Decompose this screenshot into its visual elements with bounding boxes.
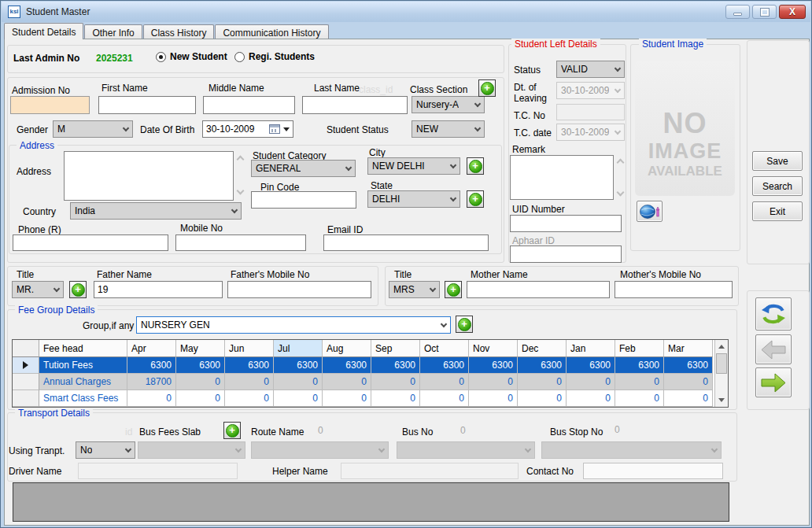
grid-column-header[interactable]: Sep (371, 340, 420, 357)
father-title-select[interactable]: MR. (12, 281, 64, 298)
tc-no-input[interactable] (556, 104, 625, 120)
fee-amount-cell[interactable]: 6300 (518, 357, 567, 374)
fee-amount-cell[interactable]: 0 (225, 374, 274, 390)
grid-column-header[interactable]: Jul (274, 340, 323, 357)
mother-mobile-input[interactable] (615, 281, 733, 298)
fee-amount-cell[interactable]: 0 (518, 374, 567, 390)
grid-column-header[interactable]: Nov (469, 340, 518, 357)
fee-grid-scrollbar[interactable] (714, 340, 728, 407)
add-mother-title-button[interactable]: + (445, 281, 462, 298)
aphaar-id-input[interactable] (510, 246, 622, 263)
fee-amount-cell[interactable]: 0 (420, 374, 469, 390)
grid-column-header[interactable]: Jan (567, 340, 615, 357)
fee-amount-cell[interactable]: 6300 (615, 357, 664, 374)
using-transport-select[interactable]: No (76, 441, 135, 459)
last-name-input[interactable] (302, 96, 408, 114)
route-name-select[interactable] (251, 441, 389, 459)
fee-amount-cell[interactable]: 0 (323, 390, 371, 407)
fee-amount-cell[interactable]: 6300 (420, 357, 469, 374)
radio-new-student[interactable]: New Student (156, 51, 227, 62)
fee-group-select[interactable]: NURSERY GEN (136, 316, 451, 334)
grid-column-header[interactable]: Oct (420, 340, 469, 357)
add-state-button[interactable]: + (467, 190, 484, 208)
tab-class-history[interactable]: Class History (143, 24, 215, 39)
fee-grid-row[interactable]: Annual Charges1870000000000000 (13, 374, 714, 390)
helper-name-input[interactable] (341, 463, 519, 479)
minimize-button[interactable] (725, 5, 750, 19)
first-name-input[interactable] (98, 96, 196, 114)
close-button[interactable]: X (779, 5, 806, 19)
country-select[interactable]: India (70, 202, 242, 220)
fee-grid-row[interactable]: Tution Fees63006300630063006300630063006… (13, 357, 714, 374)
student-category-select[interactable]: GENERAL (251, 160, 356, 177)
mother-name-input[interactable] (467, 281, 610, 298)
scrollbar-up-button[interactable] (715, 341, 728, 353)
grid-column-header[interactable]: Aug (323, 340, 371, 357)
student-status-select[interactable]: NEW (412, 120, 485, 138)
radio-regi-students[interactable]: Regi. Students (234, 51, 315, 62)
add-class-section-button[interactable]: + (478, 79, 496, 97)
contact-no-input[interactable] (583, 463, 723, 479)
gender-select[interactable]: M (53, 120, 133, 138)
class-section-select[interactable]: Nursery-A (412, 96, 485, 113)
fee-amount-cell[interactable]: 6300 (469, 357, 518, 374)
next-record-button[interactable] (755, 367, 792, 397)
mother-title-select[interactable]: MRS (389, 281, 440, 298)
fee-amount-cell[interactable]: 0 (274, 374, 323, 390)
bus-fees-slab-select[interactable] (138, 441, 245, 459)
email-input[interactable] (323, 234, 489, 251)
refresh-button[interactable] (755, 297, 792, 330)
fee-amount-cell[interactable]: 0 (664, 374, 713, 390)
tab-communication-history[interactable]: Communication History (215, 24, 328, 39)
fee-amount-cell[interactable]: 0 (469, 390, 518, 407)
scrollbar-down-button[interactable] (715, 394, 728, 406)
grid-corner-cell[interactable] (13, 340, 39, 357)
fee-amount-cell[interactable]: 0 (176, 390, 225, 407)
father-name-input[interactable]: 19 (94, 281, 223, 298)
fee-amount-cell[interactable]: 0 (469, 374, 518, 390)
fee-amount-cell[interactable]: 6300 (225, 357, 274, 374)
fee-amount-cell[interactable]: 6300 (274, 357, 323, 374)
phone-input[interactable] (13, 234, 168, 251)
fee-amount-cell[interactable]: 6300 (567, 357, 615, 374)
fee-amount-cell[interactable]: 0 (567, 390, 615, 407)
fee-amount-cell[interactable]: 0 (371, 390, 420, 407)
save-button[interactable]: Save (752, 151, 803, 171)
fee-amount-cell[interactable]: 0 (323, 374, 371, 390)
fee-amount-cell[interactable]: 18700 (127, 374, 176, 390)
grid-column-header[interactable]: May (176, 340, 225, 357)
fee-amount-cell[interactable]: 6300 (127, 357, 176, 374)
bus-no-select[interactable] (397, 441, 535, 459)
middle-name-input[interactable] (203, 96, 295, 114)
driver-name-input[interactable] (78, 463, 238, 479)
grid-row-selector-current[interactable] (13, 357, 39, 374)
tab-other-info[interactable]: Other Info (84, 24, 142, 39)
fee-amount-cell[interactable]: 0 (664, 390, 713, 407)
tc-date-select[interactable]: 30-10-2009 (556, 124, 625, 141)
father-mobile-input[interactable] (227, 281, 371, 298)
add-father-title-button[interactable]: + (69, 281, 87, 298)
date-of-leaving-select[interactable]: 30-10-2009 (556, 82, 625, 99)
state-select[interactable]: DELHI (367, 190, 460, 208)
fee-amount-cell[interactable]: 0 (420, 390, 469, 407)
fee-grid-row[interactable]: Smart Class Fees000000000000 (13, 390, 714, 407)
admission-no-input[interactable] (10, 96, 90, 114)
exit-button[interactable]: Exit (752, 201, 803, 221)
upload-photo-button[interactable] (637, 201, 663, 222)
grid-column-header[interactable]: Dec (518, 340, 567, 357)
add-city-button[interactable]: + (467, 157, 484, 175)
mobile-input[interactable] (175, 234, 306, 251)
grid-column-header[interactable]: Mar (664, 340, 713, 357)
previous-record-button[interactable] (755, 334, 792, 364)
fee-amount-cell[interactable]: 0 (127, 390, 176, 407)
fee-amount-cell[interactable]: 6300 (371, 357, 420, 374)
bus-stop-no-select[interactable] (541, 441, 722, 459)
fee-amount-cell[interactable]: 0 (615, 374, 664, 390)
fee-amount-cell[interactable]: 6300 (664, 357, 713, 374)
uid-number-input[interactable] (510, 215, 622, 232)
remark-textarea[interactable] (510, 155, 614, 200)
fee-head-cell[interactable]: Smart Class Fees (39, 390, 127, 407)
fee-amount-cell[interactable]: 0 (615, 390, 664, 407)
fee-amount-cell[interactable]: 6300 (176, 357, 225, 374)
maximize-button[interactable] (752, 5, 777, 19)
